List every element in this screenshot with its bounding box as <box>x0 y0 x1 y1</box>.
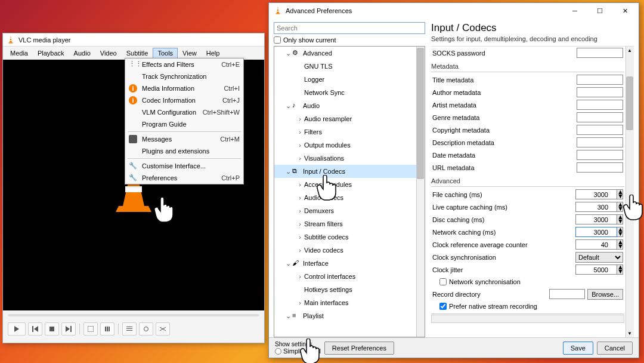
metadata-input[interactable] <box>577 150 623 160</box>
spinner[interactable]: ▲▼ <box>617 214 623 224</box>
wrench-icon: 🔧 <box>129 162 137 170</box>
show-settings-label: Show settings <box>275 341 321 347</box>
save-button[interactable]: Save <box>563 342 593 355</box>
clock-ref-input[interactable] <box>575 239 617 250</box>
live-caching-input[interactable] <box>575 202 617 212</box>
tree-item[interactable]: ›Access modules <box>274 178 425 191</box>
menu-item-plugins[interactable]: Plugins and extensions <box>125 145 243 157</box>
prefer-native-checkbox[interactable] <box>439 303 447 310</box>
clock-sync-select[interactable]: Default <box>575 252 623 263</box>
prev-button[interactable] <box>28 322 42 336</box>
play-button[interactable] <box>8 322 26 336</box>
cancel-button[interactable]: Cancel <box>597 342 633 355</box>
stop-button[interactable] <box>45 322 59 336</box>
menu-media[interactable]: Media <box>5 48 33 59</box>
close-button[interactable]: ✕ <box>612 4 637 18</box>
form-scrollbar[interactable]: ▲▼ <box>626 47 634 337</box>
network-caching-input[interactable] <box>575 227 617 237</box>
metadata-input[interactable] <box>577 162 623 173</box>
tree-item[interactable]: ›Output modules <box>274 139 425 152</box>
network-sync-checkbox[interactable] <box>439 278 447 285</box>
tree-item[interactable]: ⌄⧉Input / Codecs <box>274 165 425 178</box>
shuffle-button[interactable] <box>156 322 170 336</box>
svg-rect-5 <box>32 326 33 332</box>
vlc-seekbar[interactable] <box>3 310 264 320</box>
tree-item[interactable]: Network Sync <box>274 86 425 99</box>
spinner[interactable]: ▲▼ <box>617 202 623 212</box>
menu-video[interactable]: Video <box>95 48 122 59</box>
menu-help[interactable]: Help <box>202 48 225 59</box>
tree-item[interactable]: ⌄♪Audio <box>274 99 425 112</box>
spinner[interactable]: ▲▼ <box>617 189 623 199</box>
clock-jitter-input[interactable] <box>575 264 617 275</box>
metadata-input[interactable] <box>577 100 623 110</box>
minimize-button[interactable]: ─ <box>562 4 587 18</box>
svg-rect-7 <box>70 326 72 332</box>
menu-item-effects[interactable]: ⋮⋮Effects and FiltersCtrl+E <box>125 59 243 70</box>
tree-item[interactable]: ›Filters <box>274 125 425 139</box>
svg-rect-12 <box>126 327 132 327</box>
playlist-button[interactable] <box>122 322 137 336</box>
only-current-checkbox[interactable]: Only show current <box>274 36 425 44</box>
all-radio[interactable] <box>305 348 312 355</box>
tree-item[interactable]: ›Audio codecs <box>274 191 425 204</box>
simple-radio[interactable] <box>275 348 281 355</box>
browse-button[interactable]: Browse... <box>587 289 623 300</box>
next-button[interactable] <box>61 322 76 336</box>
menu-tools[interactable]: Tools <box>153 48 178 59</box>
reset-preferences-button[interactable]: Reset Preferences <box>324 342 394 355</box>
tree-item[interactable]: ›Control interfaces <box>274 270 425 283</box>
tree-item[interactable]: ›Demuxers <box>274 204 425 217</box>
loop-button[interactable] <box>139 322 153 336</box>
tree-item[interactable]: ›Visualisations <box>274 152 425 165</box>
maximize-button[interactable]: ☐ <box>587 4 612 18</box>
tree-item[interactable]: ›Video codecs <box>274 244 425 257</box>
search-input[interactable] <box>274 22 425 34</box>
menu-item-mediainfo[interactable]: iMedia InformationCtrl+I <box>125 82 243 94</box>
svg-rect-9 <box>105 327 106 331</box>
menu-item-customise[interactable]: 🔧Customise Interface... <box>125 160 243 172</box>
sliders-icon: ⋮⋮ <box>129 60 137 69</box>
menu-playback[interactable]: Playback <box>33 48 69 59</box>
metadata-input[interactable] <box>577 87 623 97</box>
tree-item[interactable]: ⌄🖌Interface <box>274 257 425 270</box>
menu-item-vlm[interactable]: VLM ConfigurationCtrl+Shift+W <box>125 106 243 118</box>
metadata-input[interactable] <box>577 125 623 135</box>
info-icon: i <box>129 96 137 104</box>
socks-pw-label: SOCKS password <box>432 50 577 57</box>
menu-audio[interactable]: Audio <box>69 48 95 59</box>
metadata-input[interactable] <box>577 75 623 85</box>
menu-item-preferences[interactable]: 🔧PreferencesCtrl+P <box>125 172 243 184</box>
tree-item[interactable]: ⌄≡Playlist <box>274 309 425 322</box>
ext-settings-button[interactable] <box>100 322 114 336</box>
tools-dropdown-menu: ⋮⋮Effects and FiltersCtrl+E Track Synchr… <box>125 58 244 184</box>
tree-item[interactable]: ⌄⚙Advanced <box>274 47 425 60</box>
fullscreen-button[interactable] <box>83 322 98 336</box>
tree-item[interactable]: ›Main interfaces <box>274 296 425 309</box>
spinner[interactable]: ▲▼ <box>617 239 623 250</box>
tree-item[interactable]: GNU TLS <box>274 60 425 73</box>
tree-item[interactable]: Hotkeys settings <box>274 283 425 296</box>
svg-rect-6 <box>49 327 54 331</box>
menu-item-codecinfo[interactable]: iCodec InformationCtrl+J <box>125 94 243 106</box>
file-caching-input[interactable] <box>575 189 617 199</box>
horizontal-scrollbar[interactable] <box>431 315 624 323</box>
menu-item-programguide[interactable]: Program Guide <box>125 118 243 130</box>
spinner[interactable]: ▲▼ <box>617 227 623 237</box>
record-dir-input[interactable] <box>549 289 585 299</box>
menu-subtitle[interactable]: Subtitle <box>122 48 153 59</box>
tree-item[interactable]: ›Subtitle codecs <box>274 230 425 244</box>
metadata-input[interactable] <box>577 112 623 122</box>
tree-item[interactable]: ›Audio resampler <box>274 112 425 125</box>
tree-item[interactable]: Logger <box>274 73 425 86</box>
tree-item[interactable]: ›Stream filters <box>274 217 425 230</box>
spinner[interactable]: ▲▼ <box>617 264 623 275</box>
metadata-input[interactable] <box>577 137 623 147</box>
socks-pw-input[interactable] <box>577 48 623 58</box>
menu-view[interactable]: View <box>178 48 202 59</box>
menu-item-messages[interactable]: MessagesCtrl+M <box>125 133 243 145</box>
menu-item-tracksync[interactable]: Track Synchronization <box>125 70 243 82</box>
disc-caching-input[interactable] <box>575 214 617 224</box>
prefs-tree[interactable]: ⌄⚙AdvancedGNU TLSLoggerNetwork Sync⌄♪Aud… <box>274 46 425 337</box>
tree-scrollbar[interactable] <box>416 47 425 337</box>
